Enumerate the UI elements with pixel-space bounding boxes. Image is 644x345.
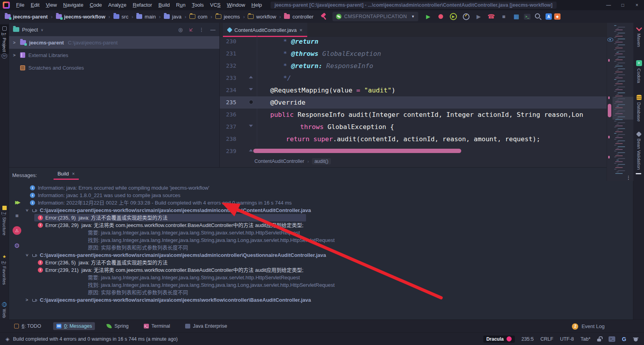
toolwindow-spring[interactable]: Spring	[104, 322, 132, 330]
run-configuration-selector[interactable]: CMSFRONTAPPLICATION ▼	[332, 12, 418, 21]
errors-filter-icon[interactable]: ⚠	[11, 225, 22, 236]
line-ending-widget[interactable]: CRLF	[540, 336, 553, 342]
translate-icon[interactable]: A	[546, 13, 552, 20]
breadcrumb-jeecms-parent[interactable]: jeecms-parent	[4, 14, 48, 20]
build-output-row[interactable]: iInformation: 2022年12月22日 0022 上午 09:33:…	[25, 199, 629, 207]
line-number[interactable]: 237	[220, 121, 236, 133]
code-minimap[interactable]: ⋮	[607, 23, 633, 181]
breadcrumb-java[interactable]: java	[163, 14, 182, 20]
maximize-icon[interactable]: □	[616, 0, 630, 10]
code-area[interactable]: 230* @return231* @throws GlobalException…	[220, 35, 607, 158]
chevron-right-icon[interactable]: >	[13, 53, 17, 57]
tree-item-external-libraries[interactable]: >External Libraries	[9, 49, 219, 61]
run-icon[interactable]: ▶	[423, 12, 433, 21]
breadcrumb-method[interactable]: audit()	[312, 158, 330, 164]
menu-analyze[interactable]: Analyze	[105, 2, 130, 8]
stop-build-icon[interactable]: ■	[11, 210, 22, 221]
attach-debugger-icon[interactable]: ☎	[486, 12, 496, 21]
profiler-icon[interactable]	[461, 12, 471, 21]
stripe-codota[interactable]: >Codota	[633, 60, 644, 83]
menu-refactor[interactable]: Refactor	[130, 2, 155, 8]
stripe-2-favorites[interactable]: ★2: Favorites	[0, 252, 9, 287]
encoding-widget[interactable]: UTF-8	[560, 336, 574, 342]
menu-file[interactable]: File	[13, 2, 28, 8]
build-output-file-row[interactable]: >C:\java\jeecms-parent\jeecms-workflow\s…	[25, 296, 629, 304]
breadcrumb-controller[interactable]: controller	[283, 14, 314, 20]
error-stripe-mark[interactable]	[608, 96, 610, 99]
chevron-right-icon[interactable]: >	[13, 40, 17, 45]
search-icon[interactable]	[533, 12, 543, 21]
toolwindow-java-enterprise[interactable]: Java Enterprise	[182, 322, 230, 330]
code-line-230[interactable]: 230* @return	[220, 35, 607, 48]
tree-item-scratches-and-consoles[interactable]: Scratches and Consoles	[9, 61, 219, 74]
build-output-error-row[interactable]: !Error:(236, 5) java: 方法不会覆盖或实现超类型的方法	[25, 259, 629, 266]
breadcrumb-main[interactable]: main	[135, 14, 156, 20]
error-stripe-mark[interactable]	[608, 136, 610, 138]
console-icon[interactable]	[524, 14, 531, 20]
menu-run[interactable]: Run	[173, 2, 189, 8]
stripe-database[interactable]: Database	[633, 95, 644, 122]
menu-edit[interactable]: Edit	[28, 2, 43, 8]
google-icon[interactable]: G	[622, 336, 626, 342]
build-output-row[interactable]: 原因: 实际参数列表和形式参数列表长度不同	[25, 289, 629, 296]
minimize-icon[interactable]: —	[601, 0, 616, 10]
stripe-1-project[interactable]: 1: Project	[0, 24, 9, 54]
override-gutter-icon[interactable]	[249, 100, 253, 104]
breadcrumb-jeecms[interactable]: jeecms	[215, 14, 241, 20]
minimap-options-icon[interactable]: ⋮	[626, 175, 631, 181]
more-options-icon[interactable]: ⋮	[199, 27, 204, 33]
locate-icon[interactable]: ◎	[178, 27, 182, 33]
run-secondary-icon[interactable]: ▶	[473, 12, 484, 21]
unlock-icon[interactable]	[597, 336, 602, 341]
code-line-237[interactable]: 237throws GlobalException {	[220, 121, 607, 133]
code-line-231[interactable]: 231* @throws GlobalException	[220, 48, 607, 60]
hide-stripe-icon[interactable]	[636, 173, 641, 174]
build-tab[interactable]: Build ×	[56, 171, 76, 180]
menu-code[interactable]: Code	[87, 2, 105, 8]
project-panel-title[interactable]: Project	[22, 27, 38, 33]
maven-stripe-icon[interactable]: M	[0, 51, 9, 61]
settings-gear-icon[interactable]: ⚙	[11, 240, 22, 251]
close-icon[interactable]: ×	[630, 0, 644, 10]
toolwindow-0-messages[interactable]: 0: Messages	[53, 322, 95, 330]
line-number[interactable]: 232	[220, 60, 236, 72]
editor-tab[interactable]: ContentAuditController.java ×	[223, 23, 307, 37]
chevron-collapsed-icon[interactable]: >	[26, 296, 28, 304]
fold-end-gutter-icon[interactable]	[249, 149, 253, 151]
close-icon[interactable]: ×	[72, 171, 75, 177]
build-output-error-row[interactable]: !Error:(235, 9) java: 方法不会覆盖或实现超类型的方法	[25, 214, 629, 221]
build-output-error-row[interactable]: !Error:(238, 29) java: 无法将类 com.jeecms.w…	[25, 221, 629, 229]
build-output-file-row[interactable]: >C:\java\jeecms-parent\jeecms-workflow\s…	[25, 251, 629, 259]
fold-end-gutter-icon[interactable]	[249, 76, 253, 78]
stripe-maven[interactable]: Maven	[633, 26, 644, 47]
code-line-234[interactable]: 234@RequestMapping(value = "audit")	[220, 84, 607, 96]
editor[interactable]: ContentAuditController.java × 230* @retu…	[220, 23, 607, 167]
line-number[interactable]: 233	[220, 72, 236, 84]
stop-icon[interactable]: ■	[499, 12, 509, 21]
code-line-233[interactable]: 233*/	[220, 72, 607, 84]
fold-gutter-icon[interactable]	[249, 125, 253, 127]
menu-navigate[interactable]: Navigate	[60, 2, 86, 8]
build-output-row[interactable]: 找到: java.lang.Integer,java.lang.Integer,…	[25, 236, 629, 244]
theme-widget[interactable]: Dracula	[483, 336, 515, 343]
code-line-232[interactable]: 232* @return: ResponseInfo	[220, 60, 607, 72]
rerun-build-icon[interactable]: ▶▶	[11, 197, 22, 208]
vertical-scrollbar-thumb[interactable]	[608, 104, 611, 117]
event-log-button[interactable]: 2 Event Log	[572, 320, 605, 333]
chevron-expanded-icon[interactable]: >	[23, 209, 31, 211]
line-number[interactable]: 236	[220, 109, 236, 121]
line-number[interactable]: 235	[220, 96, 236, 109]
chevron-down-icon[interactable]: ∨	[41, 28, 43, 32]
breadcrumb-jeecms-workflow[interactable]: jeecms-workflow	[55, 14, 106, 20]
line-number[interactable]: 234	[220, 84, 236, 96]
line-number[interactable]: 230	[220, 35, 236, 48]
build-output-file-row[interactable]: >C:\java\jeecms-parent\jeecms-workflow\s…	[25, 207, 629, 214]
indent-widget[interactable]: Tab*	[581, 336, 590, 342]
menu-tools[interactable]: Tools	[189, 2, 207, 8]
build-output-row[interactable]: 找到: java.lang.Integer,java.lang.Integer,…	[25, 281, 629, 289]
hide-panel-icon[interactable]: —	[210, 27, 215, 33]
code-line-236[interactable]: 236public ResponseInfo audit(Integer con…	[220, 109, 607, 121]
error-stripe-mark[interactable]	[608, 156, 610, 159]
build-output-row[interactable]: 原因: 实际参数列表和形式参数列表长度不同	[25, 244, 629, 251]
build-output-row[interactable]: iInformation: javac 1.8.0_221 was used t…	[25, 192, 629, 199]
